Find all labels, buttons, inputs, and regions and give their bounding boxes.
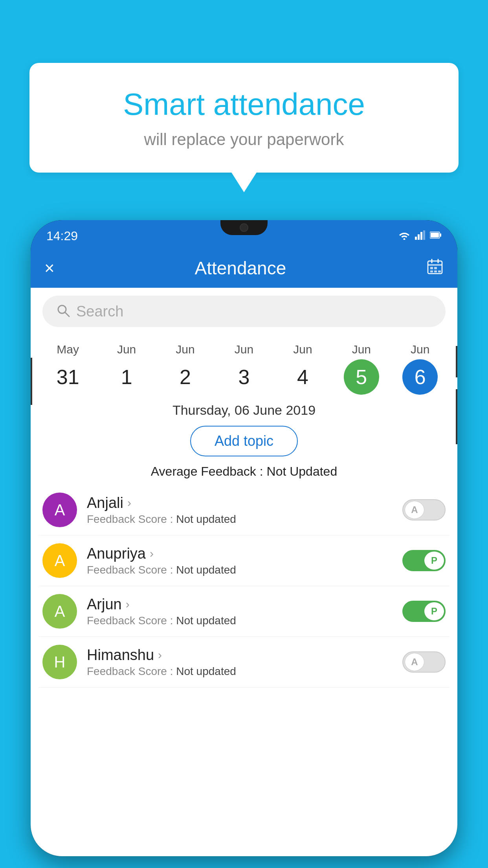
calendar-day-31[interactable]: May31 — [46, 343, 90, 395]
svg-rect-0 — [415, 237, 417, 240]
svg-rect-13 — [430, 270, 433, 272]
camera-dot — [240, 223, 248, 232]
phone-screen: Search May31Jun1Jun2Jun3Jun4Jun5Jun6 Thu… — [31, 288, 457, 856]
phone-notch — [220, 220, 268, 235]
phone-frame: 14:29 — [31, 220, 457, 856]
search-bar-container: Search — [31, 288, 457, 335]
toggle-thumb: P — [424, 552, 444, 570]
speech-bubble-title: Smart attendance — [49, 86, 439, 122]
student-avatar: A — [42, 543, 77, 578]
student-name: Anjali › — [87, 495, 393, 511]
phone-container: 14:29 — [31, 220, 457, 856]
calendar-day-1[interactable]: Jun1 — [105, 343, 148, 395]
student-item[interactable]: AArjun ›Feedback Score : Not updatedP — [39, 586, 449, 637]
calendar-icon[interactable] — [426, 258, 444, 279]
student-name: Arjun › — [87, 596, 393, 613]
toggle-thumb: A — [405, 501, 424, 519]
student-item[interactable]: HHimanshu ›Feedback Score : Not updatedA — [39, 637, 449, 688]
student-avatar: H — [42, 645, 77, 679]
status-icons — [398, 230, 442, 241]
cal-month-label: Jun — [293, 343, 312, 356]
app-title: Attendance — [194, 257, 286, 279]
attendance-toggle-container: A — [402, 499, 446, 520]
search-bar[interactable]: Search — [42, 296, 446, 327]
student-name: Himanshu › — [87, 647, 393, 664]
phone-side-btn — [456, 346, 457, 377]
cal-month-label: Jun — [176, 343, 194, 356]
svg-line-17 — [65, 312, 69, 316]
cal-date-num: 6 — [402, 359, 438, 395]
phone-volume-btn — [31, 358, 32, 405]
student-info: Anupriya ›Feedback Score : Not updated — [87, 545, 393, 576]
svg-rect-11 — [430, 267, 433, 269]
cal-month-label: Jun — [235, 343, 253, 356]
selected-date-label: Thursday, 06 June 2019 — [31, 395, 457, 422]
cal-date-num: 2 — [168, 359, 203, 395]
student-avatar: A — [42, 493, 77, 527]
phone-side-btn-2 — [456, 389, 457, 444]
student-feedback-score: Feedback Score : Not updated — [87, 665, 393, 678]
student-feedback-score: Feedback Score : Not updated — [87, 564, 393, 576]
status-time: 14:29 — [46, 229, 78, 243]
attendance-toggle[interactable]: P — [402, 550, 446, 571]
wifi-icon — [398, 230, 410, 241]
cal-month-label: Jun — [411, 343, 429, 356]
student-item[interactable]: AAnjali ›Feedback Score : Not updatedA — [39, 485, 449, 535]
speech-bubble-subtitle: will replace your paperwork — [49, 130, 439, 149]
calendar-day-4[interactable]: Jun4 — [281, 343, 324, 395]
svg-rect-6 — [431, 233, 439, 237]
avg-feedback-label: Average Feedback : — [151, 464, 263, 478]
student-item[interactable]: AAnupriya ›Feedback Score : Not updatedP — [39, 535, 449, 586]
svg-rect-1 — [418, 234, 420, 240]
battery-icon — [430, 232, 442, 240]
cal-date-num: 4 — [285, 359, 320, 395]
student-feedback-score: Feedback Score : Not updated — [87, 513, 393, 526]
student-info: Himanshu ›Feedback Score : Not updated — [87, 647, 393, 678]
search-icon — [56, 303, 70, 319]
cal-date-num: 3 — [226, 359, 262, 395]
toggle-thumb: A — [405, 653, 424, 671]
app-header: × Attendance — [31, 248, 457, 288]
svg-rect-5 — [440, 234, 441, 237]
attendance-toggle[interactable]: P — [402, 601, 446, 622]
student-name: Anupriya › — [87, 545, 393, 562]
cal-date-num: 31 — [50, 359, 86, 395]
add-topic-button[interactable]: Add topic — [190, 426, 298, 456]
toggle-thumb: P — [424, 602, 444, 620]
svg-rect-12 — [434, 267, 437, 269]
calendar-day-5[interactable]: Jun5 — [340, 343, 383, 395]
signal-icon — [415, 230, 425, 241]
attendance-toggle[interactable]: A — [402, 499, 446, 520]
student-info: Anjali ›Feedback Score : Not updated — [87, 495, 393, 526]
add-topic-container: Add topic — [31, 422, 457, 460]
cal-month-label: May — [57, 343, 79, 356]
avg-feedback-value: Not Updated — [267, 464, 338, 478]
calendar-day-2[interactable]: Jun2 — [164, 343, 207, 395]
calendar-day-6[interactable]: Jun6 — [398, 343, 442, 395]
attendance-toggle-container: P — [402, 550, 446, 571]
speech-bubble-container: Smart attendance will replace your paper… — [29, 63, 459, 173]
svg-rect-14 — [434, 270, 437, 272]
cal-month-label: Jun — [117, 343, 136, 356]
cal-month-label: Jun — [352, 343, 371, 356]
attendance-toggle-container: P — [402, 601, 446, 622]
search-input[interactable]: Search — [76, 303, 123, 320]
avg-feedback: Average Feedback : Not Updated — [31, 460, 457, 485]
calendar-row: May31Jun1Jun2Jun3Jun4Jun5Jun6 — [31, 335, 457, 395]
student-list: AAnjali ›Feedback Score : Not updatedAAA… — [31, 485, 457, 688]
close-button[interactable]: × — [44, 258, 55, 278]
student-feedback-score: Feedback Score : Not updated — [87, 614, 393, 627]
student-info: Arjun ›Feedback Score : Not updated — [87, 596, 393, 627]
cal-date-num: 5 — [344, 359, 379, 395]
student-avatar: A — [42, 594, 77, 629]
calendar-day-3[interactable]: Jun3 — [222, 343, 266, 395]
svg-rect-15 — [438, 270, 441, 272]
svg-rect-3 — [423, 230, 425, 240]
attendance-toggle-container: A — [402, 651, 446, 673]
attendance-toggle[interactable]: A — [402, 651, 446, 673]
svg-rect-2 — [420, 232, 422, 240]
cal-date-num: 1 — [109, 359, 144, 395]
speech-bubble: Smart attendance will replace your paper… — [29, 63, 459, 173]
